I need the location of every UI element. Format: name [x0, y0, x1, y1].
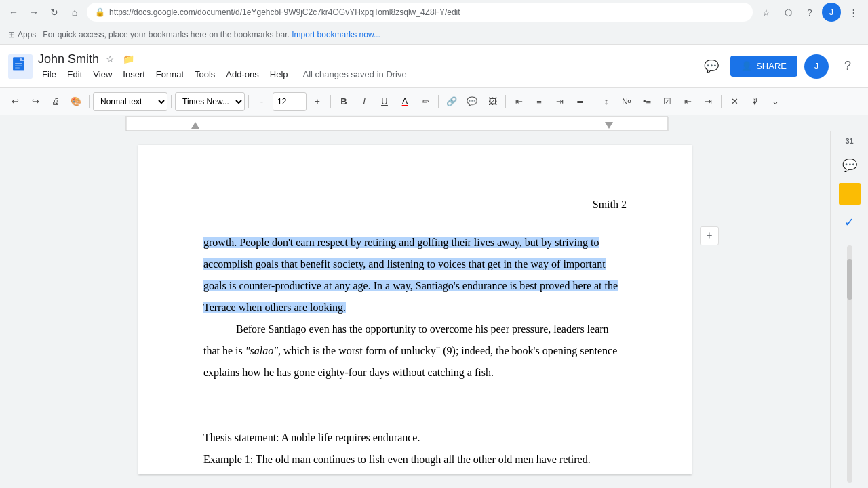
paragraph-2[interactable]: Before Santiago even has the opportunity… [203, 319, 627, 384]
undo-button[interactable]: ↩ [5, 92, 24, 112]
docs-logo [8, 54, 33, 79]
italic-button[interactable]: I [355, 92, 374, 112]
bold-button[interactable]: B [334, 92, 353, 112]
import-bookmarks-link[interactable]: Import bookmarks now... [292, 30, 380, 39]
share-button[interactable]: 👤 SHARE [730, 56, 797, 77]
back-button[interactable]: ← [5, 4, 22, 20]
paragraph-3[interactable]: Thesis statement: A noble life requires … [203, 427, 627, 449]
home-button[interactable]: ⌂ [66, 4, 83, 20]
line-spacing-button[interactable]: ↕ [597, 92, 616, 112]
saved-status: All changes saved in Drive [303, 69, 407, 79]
doc-title-section: John Smith ☆ 📁 File Edit View Insert For… [38, 52, 407, 81]
doc-container[interactable]: Smith 2 growth. People don't earn respec… [0, 131, 830, 488]
align-left-button[interactable]: ⇤ [509, 92, 528, 112]
highlight-button[interactable]: ✏ [416, 92, 435, 112]
extensions-button[interactable]: ⬡ [778, 3, 797, 22]
sidebar-comment-icon[interactable]: 💬 [837, 153, 862, 178]
apps-button[interactable]: ⊞ Apps [8, 30, 36, 39]
menu-view[interactable]: View [89, 68, 116, 81]
voice-input-button[interactable]: 🎙 [745, 92, 764, 112]
separator-6 [505, 95, 506, 108]
style-dropdown[interactable]: Normal text Heading 1 Heading 2 [93, 92, 167, 111]
scrollbar-area [847, 240, 852, 483]
paragraph-spacer-2 [203, 405, 627, 427]
font-size-input[interactable] [273, 92, 307, 111]
underline-button[interactable]: U [375, 92, 394, 112]
sidebar-check-icon[interactable]: ✓ [837, 210, 862, 235]
refresh-button[interactable]: ↻ [46, 4, 62, 20]
thesis-text: Thesis statement: A noble life requires … [203, 432, 420, 443]
font-dropdown[interactable]: Times New... Arial [175, 92, 245, 111]
help-button[interactable]: ? [800, 3, 819, 22]
browser-bar: ← → ↻ ⌂ 🔒 https://docs.google.com/docume… [0, 0, 868, 24]
apps-label: Apps [18, 30, 36, 39]
increase-indent-button[interactable]: ⇥ [698, 92, 717, 112]
align-right-button[interactable]: ⇥ [550, 92, 569, 112]
star-doc-button[interactable]: ☆ [104, 52, 116, 66]
menu-format[interactable]: Format [152, 68, 188, 81]
separator-5 [438, 95, 439, 108]
checklist-button[interactable]: ☑ [658, 92, 677, 112]
menu-help[interactable]: Help [266, 68, 292, 81]
sticky-note-icon[interactable] [839, 183, 861, 205]
doc-title[interactable]: John Smith [38, 52, 99, 66]
paragraph-4[interactable]: Example 1: The old man continues to fish… [203, 449, 627, 470]
scrollbar-track[interactable] [847, 245, 852, 483]
docs-header: John Smith ☆ 📁 File Edit View Insert For… [0, 45, 868, 88]
separator-3 [248, 95, 249, 108]
ruler-marks [126, 117, 669, 131]
align-justify-button[interactable]: ≣ [570, 92, 589, 112]
lock-icon: 🔒 [95, 7, 105, 17]
main-area: Smith 2 growth. People don't earn respec… [0, 131, 868, 488]
share-label: SHARE [756, 61, 787, 71]
menu-tools[interactable]: Tools [191, 68, 219, 81]
move-doc-button[interactable]: 📁 [121, 52, 136, 66]
menu-edit[interactable]: Edit [63, 68, 86, 81]
doc-title-row: John Smith ☆ 📁 [38, 52, 407, 66]
redo-button[interactable]: ↪ [26, 92, 45, 112]
bulleted-list-button[interactable]: •≡ [637, 92, 656, 112]
svg-rect-4 [15, 65, 22, 66]
ruler [0, 115, 868, 131]
bookmark-text: For quick access, place your bookmarks h… [43, 30, 290, 39]
document-page: Smith 2 growth. People don't earn respec… [138, 145, 692, 474]
paint-format-button[interactable]: 🎨 [66, 92, 85, 112]
header-right: 💬 👤 SHARE J ? [699, 54, 860, 79]
link-button[interactable]: 🔗 [442, 92, 461, 112]
svg-rect-5 [15, 67, 20, 68]
insert-comment-button[interactable]: 💬 [462, 92, 481, 112]
user-avatar[interactable]: J [804, 54, 829, 79]
menu-addons[interactable]: Add-ons [222, 68, 262, 81]
font-size-increase[interactable]: + [308, 92, 327, 112]
insert-image-button[interactable]: 🖼 [483, 92, 502, 112]
numbered-list-button[interactable]: № [617, 92, 636, 112]
clear-format-button[interactable]: ✕ [725, 92, 744, 112]
menu-file[interactable]: File [38, 68, 60, 81]
align-center-button[interactable]: ≡ [530, 92, 549, 112]
menu-insert[interactable]: Insert [119, 68, 149, 81]
address-bar[interactable]: 🔒 https://docs.google.com/document/d/1eY… [87, 3, 753, 22]
apps-grid-icon: ⊞ [8, 30, 15, 39]
svg-marker-9 [605, 122, 613, 129]
text-color-button[interactable]: A [395, 92, 414, 112]
star-button[interactable]: ☆ [757, 3, 776, 22]
scrollbar-thumb[interactable] [847, 259, 852, 300]
floating-add-button[interactable]: + [700, 226, 719, 245]
menu-button[interactable]: ⋮ [844, 3, 863, 22]
ruler-inner[interactable] [125, 116, 668, 131]
print-button[interactable]: 🖨 [46, 92, 65, 112]
paragraph-1[interactable]: growth. People don't earn respect by ret… [203, 232, 627, 319]
font-size-decrease[interactable]: - [252, 92, 271, 112]
example1-text: Example 1: The old man continues to fish… [203, 453, 591, 465]
header-text: Smith 2 [593, 199, 627, 210]
docs-help-button[interactable]: ? [835, 54, 860, 79]
forward-button[interactable]: → [26, 4, 42, 20]
profile-circle[interactable]: J [822, 3, 841, 22]
svg-marker-8 [191, 122, 199, 129]
url-text: https://docs.google.com/document/d/1eYge… [109, 7, 460, 17]
decrease-indent-button[interactable]: ⇤ [678, 92, 697, 112]
comments-button[interactable]: 💬 [699, 54, 724, 79]
more-options-button[interactable]: ⌄ [766, 92, 785, 112]
format-toolbar: ↩ ↪ 🖨 🎨 Normal text Heading 1 Heading 2 … [0, 88, 868, 115]
separator-8 [721, 95, 722, 108]
